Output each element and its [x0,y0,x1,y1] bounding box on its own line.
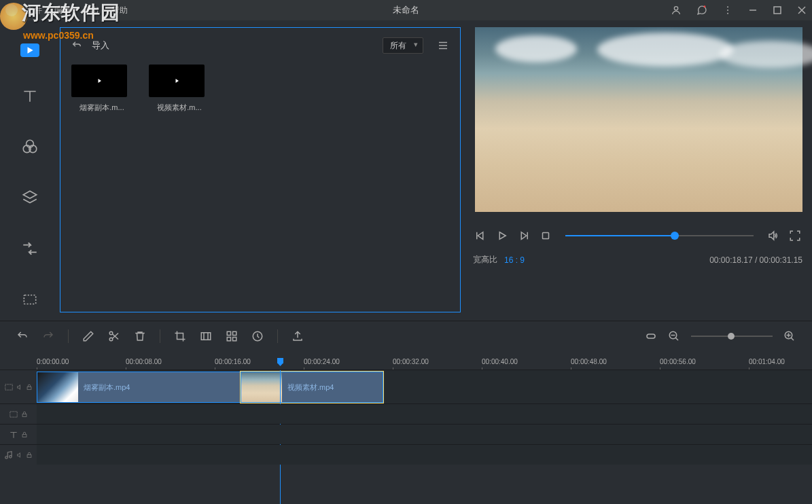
crop-button[interactable] [174,330,186,342]
sidebar-transitions[interactable] [15,236,45,262]
export-button[interactable] [292,330,304,342]
sidebar [0,20,60,312]
track-head [0,445,37,465]
svg-rect-46 [27,386,31,389]
media-filter-select[interactable]: 所有 [383,37,423,54]
sidebar-elements[interactable] [15,287,45,312]
svg-point-27 [109,331,113,335]
clip-label: 视频素材.mp4 [282,382,334,393]
sidebar-filters[interactable] [15,134,45,159]
ruler-tick: 00:00:32.00 [393,358,429,365]
svg-line-40 [675,338,678,340]
next-frame-button[interactable] [518,230,530,242]
svg-rect-6 [774,7,781,14]
import-button[interactable]: 导入 [92,39,109,52]
svg-point-4 [727,13,728,14]
undo-button[interactable] [16,330,29,342]
menu-file[interactable]: 文件 [26,5,42,16]
svg-point-28 [109,338,113,341]
stop-button[interactable] [540,230,552,242]
video-track-icon [4,382,14,392]
undo-icon[interactable] [71,40,82,51]
timeline-tracks: 烟雾副本.mp4视频素材.mp4 [0,370,812,465]
media-thumbnail [71,65,127,97]
svg-rect-47 [10,411,18,416]
media-item-label: 烟雾副本.m... [71,103,133,113]
fullscreen-icon[interactable] [789,230,801,242]
list-view-icon[interactable] [437,39,449,52]
text-track-icon [9,430,18,439]
sidebar-overlays[interactable] [15,185,45,211]
media-item[interactable]: 视频素材.m... [149,65,210,113]
maximize-button[interactable] [773,5,782,15]
media-thumbnail [149,65,205,97]
track-head [0,425,37,444]
ruler-tick: 00:00:40.00 [482,358,518,365]
clip-thumbnail [37,372,78,402]
svg-rect-32 [227,331,230,335]
ruler-tick: 0:00:00.00 [37,358,69,365]
lock-icon[interactable] [21,431,28,438]
ruler-tick: 00:00:24.00 [304,358,340,365]
user-icon[interactable] [671,5,682,16]
video-track[interactable]: 烟雾副本.mp4视频素材.mp4 [0,370,812,403]
timeline-clip[interactable]: 视频素材.mp4 [241,372,383,403]
media-item[interactable]: 烟雾副本.m... [71,65,133,113]
lock-icon[interactable] [26,452,33,458]
more-icon[interactable] [722,5,733,16]
aspect-ratio-value[interactable]: 16 : 9 [504,255,525,265]
play-button[interactable] [496,230,508,242]
redo-button[interactable] [42,330,54,342]
ruler-tick: 00:00:56.00 [660,358,696,365]
svg-rect-33 [233,331,236,335]
menu-edit[interactable]: 编辑 [54,5,71,16]
mute-icon[interactable] [16,452,23,458]
zoom-in-button[interactable] [783,330,796,342]
play-icon [93,75,105,87]
preview-controls [473,230,802,242]
svg-rect-45 [5,384,13,389]
menu-export[interactable]: 导出 [83,5,99,16]
media-panel: 导入 所有 烟雾副本.m... 视频素材.m... [60,27,461,312]
lock-icon[interactable] [21,411,28,418]
chat-icon[interactable] [696,5,707,16]
svg-rect-37 [647,334,655,338]
delete-button[interactable] [134,330,146,342]
zoom-slider[interactable] [691,336,773,337]
split-button[interactable] [108,330,120,342]
crop-ratio-button[interactable] [200,330,212,342]
prev-frame-button[interactable] [474,230,487,242]
aspect-ratio-label: 宽高比 [473,254,497,266]
ruler-tick: 00:00:08.00 [126,358,162,365]
duration-button[interactable] [251,330,264,342]
svg-line-30 [113,333,118,338]
pip-track-icon [9,410,18,419]
mosaic-button[interactable] [226,330,238,342]
sidebar-text[interactable] [15,83,45,108]
svg-rect-48 [22,414,27,416]
zoom-out-button[interactable] [668,330,680,342]
audio-track-icon [4,450,14,460]
text-track[interactable] [0,424,812,444]
preview-slider[interactable] [565,235,754,236]
timeline-toolbar [0,321,812,350]
svg-point-0 [674,7,677,10]
fit-button[interactable] [645,330,657,342]
audio-track[interactable] [0,444,812,465]
volume-icon[interactable] [767,230,779,242]
pip-track[interactable] [0,403,812,424]
lock-icon[interactable] [26,384,33,391]
svg-rect-35 [233,337,236,340]
ruler-tick: 00:00:48.00 [571,358,607,365]
close-button[interactable] [797,5,807,15]
edit-button[interactable] [82,330,94,342]
minimize-button[interactable] [748,5,758,15]
sidebar-media[interactable] [20,43,39,57]
ruler-tick: 00:00:16.00 [215,358,251,365]
timeline-ruler[interactable]: 0:00:00.0000:00:08.0000:00:16.0000:00:24… [0,350,812,370]
menu-help[interactable]: 帮助 [111,5,128,16]
mute-icon[interactable] [16,384,23,391]
window-title: 未命名 [393,4,419,16]
timeline-clip[interactable]: 烟雾副本.mp4 [37,372,241,403]
svg-rect-31 [201,332,211,340]
